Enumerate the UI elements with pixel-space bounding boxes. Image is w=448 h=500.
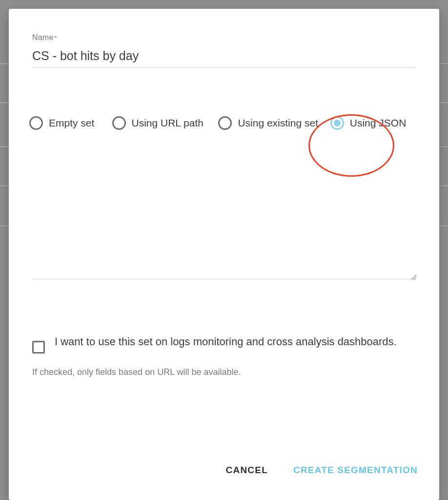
required-asterisk: * bbox=[54, 34, 57, 42]
name-field-label: Name* bbox=[32, 33, 416, 42]
radio-using-json[interactable]: Using JSON bbox=[330, 116, 416, 130]
radio-circle-icon bbox=[29, 116, 43, 130]
creation-mode-radiogroup: Empty set Using URL path Using existing … bbox=[32, 116, 416, 130]
logs-monitoring-checkbox-row: I want to use this set on logs monitorin… bbox=[32, 334, 416, 354]
radio-empty-set[interactable]: Empty set bbox=[29, 116, 110, 130]
logs-monitoring-checkbox-label: I want to use this set on logs monitorin… bbox=[55, 334, 397, 350]
radio-label: Using existing set bbox=[238, 117, 318, 129]
radio-circle-icon bbox=[330, 116, 344, 130]
create-segmentation-dialog: Name* Empty set Using URL path Using exi… bbox=[9, 9, 439, 500]
radio-circle-icon bbox=[218, 116, 232, 130]
radio-using-url-path[interactable]: Using URL path bbox=[112, 116, 222, 130]
radio-label: Empty set bbox=[49, 117, 94, 129]
cancel-button[interactable]: CANCEL bbox=[224, 462, 270, 479]
radio-label: Using URL path bbox=[132, 117, 204, 129]
checkbox-hint-text: If checked, only fields based on URL wil… bbox=[32, 367, 416, 377]
radio-using-existing-set[interactable]: Using existing set bbox=[218, 116, 337, 130]
json-textarea[interactable] bbox=[32, 147, 416, 279]
radio-circle-icon bbox=[112, 116, 126, 130]
dialog-actions: CANCEL CREATE SEGMENTATION bbox=[224, 462, 420, 479]
name-input[interactable] bbox=[32, 47, 416, 67]
radio-label: Using JSON bbox=[350, 117, 407, 129]
name-label-text: Name bbox=[32, 33, 53, 42]
create-segmentation-button[interactable]: CREATE SEGMENTATION bbox=[291, 462, 420, 479]
logs-monitoring-checkbox[interactable] bbox=[32, 341, 45, 354]
json-textarea-container bbox=[32, 130, 416, 281]
